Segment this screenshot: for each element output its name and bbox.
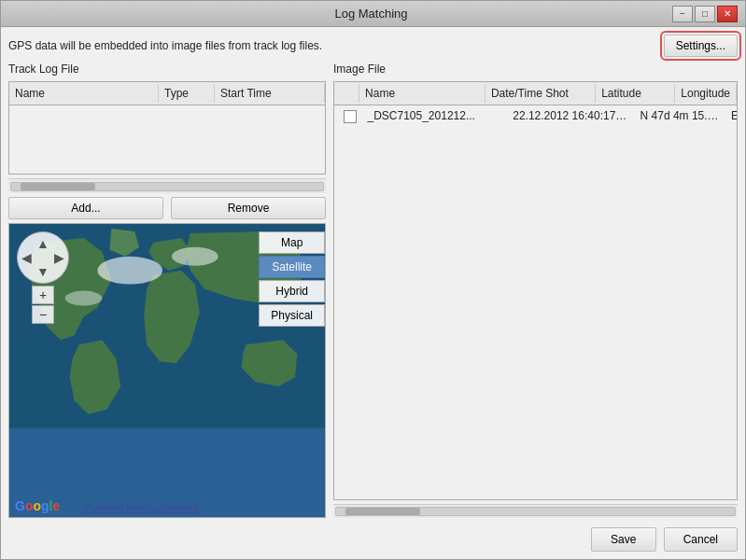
remove-button[interactable]: Remove [171, 197, 326, 219]
close-button[interactable]: ✕ [717, 6, 738, 22]
terms-link[interactable]: Условия использования [84, 502, 198, 513]
gps-description: GPS data will be embedded into image fil… [8, 39, 322, 52]
nav-right[interactable]: ▶ [54, 250, 64, 265]
nav-left[interactable]: ◀ [21, 250, 32, 265]
track-log-btn-row: Add... Remove [8, 197, 326, 219]
map-type-physical[interactable]: Physical [259, 304, 325, 327]
window-controls: − □ ✕ [672, 6, 738, 22]
image-scrollbar-track[interactable] [335, 507, 736, 516]
image-file-row[interactable]: _DSC7105_201212... 22.12.2012 16:40:17.2… [334, 105, 737, 129]
panels-row: Track Log File Name Type Start Time [8, 63, 738, 518]
track-log-scrollbar-track[interactable] [10, 182, 324, 191]
map-navigation: ▲ ▼ ◀ ▶ + − [17, 231, 69, 324]
google-logo: Google [15, 498, 60, 513]
image-col-latitude: Latitude [596, 84, 675, 103]
map-type-buttons: Map Satellite Hybrid Physical [259, 231, 325, 327]
image-col-longitude: Longitude [675, 84, 737, 103]
track-log-col-starttime: Start Time [215, 84, 325, 103]
track-log-col-type: Type [159, 84, 215, 103]
image-file-table: Name Date/Time Shot Latitude Longitude _… [333, 81, 738, 500]
zoom-in-button[interactable]: + [32, 286, 54, 304]
svg-point-2 [172, 247, 218, 266]
cancel-button[interactable]: Cancel [664, 527, 738, 552]
nav-down[interactable]: ▼ [36, 264, 49, 279]
image-scrollbar-thumb[interactable] [345, 508, 420, 515]
title-bar: Log Matching − □ ✕ [1, 1, 745, 27]
settings-button[interactable]: Settings... [664, 35, 738, 57]
maximize-button[interactable]: □ [695, 6, 715, 22]
map-type-hybrid[interactable]: Hybrid [259, 280, 325, 302]
image-row-datetime: 22.12.2012 16:40:17.23 [507, 107, 634, 126]
minimize-button[interactable]: − [672, 6, 693, 22]
image-file-body: _DSC7105_201212... 22.12.2012 16:40:17.2… [334, 105, 737, 500]
track-log-body [9, 105, 325, 173]
map-type-map[interactable]: Map [259, 231, 325, 254]
save-button[interactable]: Save [591, 527, 656, 552]
image-file-label: Image File [333, 63, 738, 76]
track-log-scrollbar[interactable] [8, 178, 326, 193]
main-window: Log Matching − □ ✕ GPS data will be embe… [0, 0, 746, 560]
track-log-label: Track Log File [8, 63, 326, 76]
top-row: GPS data will be embedded into image fil… [8, 35, 738, 57]
right-panel: Image File Name Date/Time Shot Latitude … [333, 63, 738, 518]
bottom-row: Save Cancel [8, 524, 738, 552]
map-area: ▲ ▼ ◀ ▶ + − Map [8, 223, 326, 518]
track-log-scrollbar-thumb[interactable] [21, 183, 95, 190]
image-file-header: Name Date/Time Shot Latitude Longitude [334, 82, 737, 105]
image-col-check [334, 84, 359, 103]
track-log-header: Name Type Start Time [9, 82, 325, 105]
image-row-checkbox-cell[interactable] [334, 107, 361, 126]
image-row-latitude: N 47d 4m 15.87s [635, 107, 725, 126]
map-background: ▲ ▼ ◀ ▶ + − Map [9, 224, 325, 517]
add-button[interactable]: Add... [8, 197, 163, 219]
nav-circle[interactable]: ▲ ▼ ◀ ▶ [17, 231, 69, 284]
map-type-satellite[interactable]: Satellite [259, 256, 325, 278]
window-title: Log Matching [70, 7, 672, 21]
left-panel: Track Log File Name Type Start Time [8, 63, 326, 518]
content-area: GPS data will be embedded into image fil… [1, 27, 745, 559]
image-col-datetime: Date/Time Shot [486, 84, 596, 103]
image-row-name: _DSC7105_201212... [361, 107, 507, 126]
zoom-controls: + − [32, 286, 54, 324]
svg-point-1 [97, 257, 162, 285]
track-log-table: Name Type Start Time [8, 81, 326, 175]
zoom-out-button[interactable]: − [32, 305, 54, 324]
image-col-name: Name [359, 84, 486, 103]
svg-point-3 [65, 291, 103, 306]
image-file-scrollbar[interactable] [333, 504, 738, 518]
nav-up[interactable]: ▲ [36, 236, 49, 251]
image-row-longitude: E 142d 31m 3 [725, 107, 737, 126]
image-row-checkbox[interactable] [344, 110, 357, 123]
track-log-col-name: Name [9, 84, 159, 103]
